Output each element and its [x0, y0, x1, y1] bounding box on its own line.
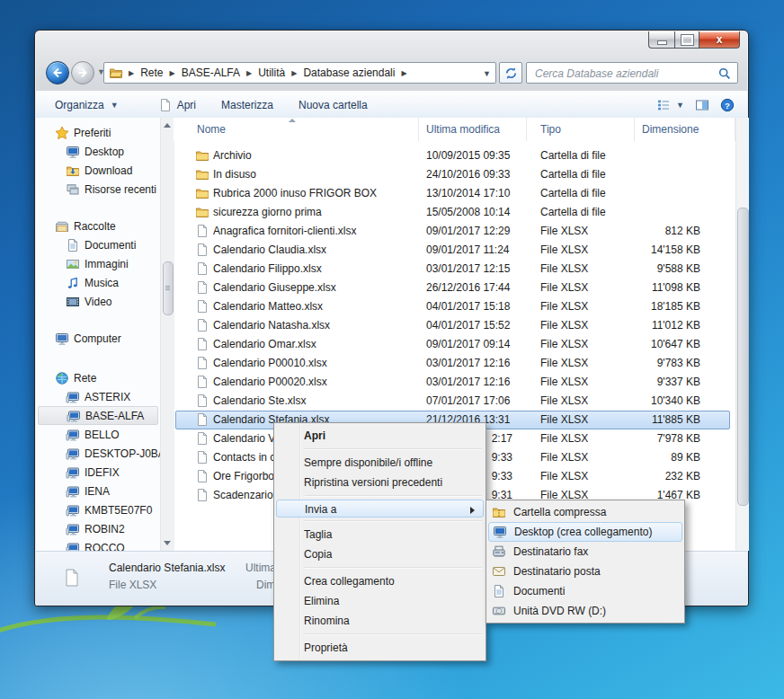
refresh-button[interactable]: [499, 62, 522, 84]
address-dropdown-icon[interactable]: ▼: [483, 69, 491, 78]
search-box[interactable]: [526, 62, 738, 84]
table-row[interactable]: Anagrafica fornitori-clienti.xlsx09/01/2…: [174, 222, 735, 241]
sidebar-item-video[interactable]: Video: [36, 292, 160, 311]
search-icon[interactable]: [717, 66, 732, 81]
table-row[interactable]: Calendario Omar.xlsx09/01/2017 09:14File…: [174, 335, 735, 354]
menu-item-propriet-[interactable]: Proprietà: [274, 638, 486, 658]
sendto-item-unit-dvd-rw-d-[interactable]: Unità DVD RW (D:): [486, 601, 684, 621]
list-scrollbar-thumb[interactable]: [737, 208, 749, 506]
breadcrumb-item[interactable]: Database aziendali: [302, 65, 396, 81]
sidebar-item-risorse recenti[interactable]: Risorse recenti: [36, 180, 160, 199]
change-view-button[interactable]: ▼: [656, 98, 684, 112]
document-icon: [66, 238, 80, 252]
menu-item-sempre-disponibile-i-offline[interactable]: Sempre disponibile/i offline: [274, 453, 486, 473]
sidebar-item-rocco[interactable]: ROCCO: [36, 538, 160, 551]
menu-item-copia[interactable]: Copia: [274, 544, 486, 564]
back-button[interactable]: [46, 61, 69, 84]
address-bar[interactable]: ▶Rete▶BASE-ALFA▶Utilità▶Database azienda…: [103, 62, 496, 84]
sidebar-section-preferiti[interactable]: Preferiti: [36, 123, 160, 142]
breadcrumb-item[interactable]: BASE-ALFA: [181, 65, 241, 81]
sidebar-item-kmbt5e07f0[interactable]: KMBT5E07F0: [36, 500, 160, 519]
sidebar-item-label: BELLO: [85, 429, 120, 441]
organizza-button[interactable]: Organizza ▼: [49, 96, 125, 114]
apri-button[interactable]: Apri: [152, 95, 202, 115]
minimize-button[interactable]: [648, 31, 674, 49]
sidebar-item-documenti[interactable]: Documenti: [36, 235, 160, 254]
column-header-ultima-modifica[interactable]: Ultima modifica: [419, 118, 527, 141]
sidebar-item-idefix[interactable]: IDEFIX: [36, 463, 160, 482]
menu-item-taglia[interactable]: Taglia: [274, 525, 486, 544]
sendto-item-documenti[interactable]: Documenti: [486, 581, 684, 601]
table-row[interactable]: Calendario Giuseppe.xlsx26/12/2016 17:44…: [174, 279, 735, 297]
masterizza-label: Masterizza: [221, 99, 273, 111]
table-row[interactable]: Rubrica 2000 inuso FRIGOR BOX13/10/2014 …: [174, 184, 735, 203]
sendto-item-destinatario-fax[interactable]: Destinatario fax: [486, 542, 684, 562]
menu-item-apri[interactable]: Apri: [274, 426, 486, 446]
scroll-up-icon[interactable]: [164, 123, 171, 128]
sendto-item-desktop-crea-collegamento-[interactable]: Desktop (crea collegamento): [488, 522, 682, 542]
menu-item-invia-a[interactable]: Invia a: [276, 500, 484, 518]
scroll-down-icon[interactable]: [164, 541, 171, 545]
sidebar-item-iena[interactable]: IENA: [36, 482, 160, 500]
forward-button[interactable]: [71, 61, 94, 84]
table-row[interactable]: sicurezza giorno prima15/05/2008 10:14Ca…: [174, 203, 735, 222]
breadcrumb-item[interactable]: Utilità: [257, 65, 286, 81]
search-input[interactable]: [533, 65, 712, 83]
file-type: File XLSX: [540, 243, 588, 256]
maximize-button[interactable]: [674, 31, 699, 49]
window-controls: x: [648, 31, 740, 49]
sidebar-item-desktop-j0ba[interactable]: DESKTOP-J0BA: [36, 444, 160, 463]
title-bar[interactable]: x: [35, 31, 748, 56]
file-modified-date: 07/01/2017 17:06: [426, 394, 512, 407]
breadcrumb-item[interactable]: Rete: [139, 65, 164, 81]
menu-separator: [274, 446, 486, 453]
sidebar-item-desktop[interactable]: Desktop: [36, 142, 160, 161]
file-modified-date: 09/01/2017 12:29: [426, 225, 512, 237]
menu-item-ripristina-versioni-precedenti[interactable]: Ripristina versioni precedenti: [274, 473, 486, 492]
help-button[interactable]: ?: [720, 98, 735, 112]
sidebar-item-download[interactable]: Download: [36, 161, 160, 180]
table-row[interactable]: Calendario Claudia.xlsx09/01/2017 11:24F…: [174, 241, 735, 260]
table-row[interactable]: Archivio10/09/2015 09:35Cartella di file: [174, 146, 735, 165]
netpc-icon: [66, 428, 80, 442]
table-row[interactable]: Calendario Matteo.xlsx04/01/2017 15:18Fi…: [174, 297, 735, 316]
sidebar-item-immagini[interactable]: Immagini: [36, 254, 160, 273]
table-row[interactable]: Calendario P00020.xlsx03/01/2017 12:16Fi…: [174, 373, 735, 392]
sidebar-section-raccolte[interactable]: Raccolte: [36, 217, 160, 235]
table-row[interactable]: Calendario Ste.xlsx07/01/2017 17:06File …: [174, 392, 735, 411]
sidebar-item-asterix[interactable]: ASTERIX: [36, 387, 160, 406]
sidebar-section-rete[interactable]: Rete: [36, 368, 160, 387]
tree-scrollbar[interactable]: [160, 118, 174, 551]
sendto-item-cartella-compressa[interactable]: Cartella compressa: [486, 502, 684, 522]
sidebar-item-base-alfa[interactable]: BASE-ALFA: [38, 406, 158, 425]
column-header-tipo[interactable]: Tipo: [527, 118, 635, 141]
sidebar-item-musica[interactable]: Musica: [36, 273, 160, 292]
network-icon: [55, 371, 69, 385]
nuova-cartella-button[interactable]: Nuova cartella: [292, 96, 374, 114]
sidebar-item-robin2[interactable]: ROBIN2: [36, 519, 160, 538]
details-file-name: Calendario Stefania.xlsx: [109, 562, 225, 574]
list-scrollbar[interactable]: [735, 118, 749, 551]
table-row[interactable]: In disuso24/10/2016 09:33Cartella di fil…: [174, 165, 735, 184]
file-modified-date: 10/09/2015 09:35: [426, 149, 512, 162]
menu-item-elimina[interactable]: Elimina: [274, 591, 486, 611]
column-headers: Nome Ultima modifica Tipo Dimensione: [174, 118, 735, 141]
table-row[interactable]: Calendario Natasha.xlsx04/01/2017 15:52F…: [174, 316, 735, 335]
sidebar-item-bello[interactable]: BELLO: [36, 425, 160, 444]
file-name: Archivio: [213, 149, 252, 162]
file-size: 89 KB: [600, 451, 700, 464]
masterizza-button[interactable]: Masterizza: [215, 96, 280, 114]
sendto-item-destinatario-posta[interactable]: Destinatario posta: [486, 562, 684, 581]
column-header-dimensione[interactable]: Dimensione: [635, 118, 735, 141]
tree-scrollbar-thumb[interactable]: [163, 261, 174, 315]
table-row[interactable]: Calendario Filippo.xlsx03/01/2017 12:15F…: [174, 260, 735, 279]
table-row[interactable]: Calendario P00010.xlsx03/01/2017 12:16Fi…: [174, 354, 735, 373]
preview-pane-button[interactable]: [695, 98, 709, 112]
menu-item-crea-collegamento[interactable]: Crea collegamento: [274, 571, 486, 591]
close-button[interactable]: x: [699, 31, 740, 49]
document-icon: [492, 584, 506, 598]
menu-item-rinomina[interactable]: Rinomina: [274, 611, 486, 631]
file-size: 10'340 KB: [600, 394, 700, 407]
sidebar-section-computer[interactable]: Computer: [36, 329, 160, 348]
column-header-nome[interactable]: Nome: [174, 118, 419, 141]
